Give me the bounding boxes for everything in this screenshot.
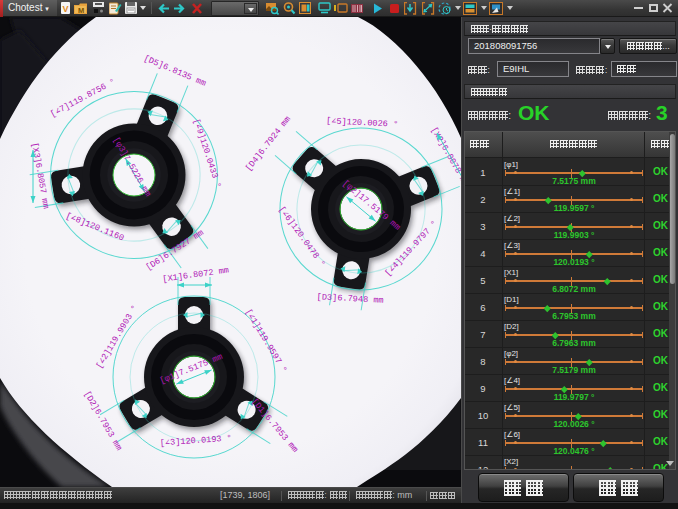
svg-text:M: M xyxy=(78,6,84,15)
svg-text:V: V xyxy=(62,4,68,14)
